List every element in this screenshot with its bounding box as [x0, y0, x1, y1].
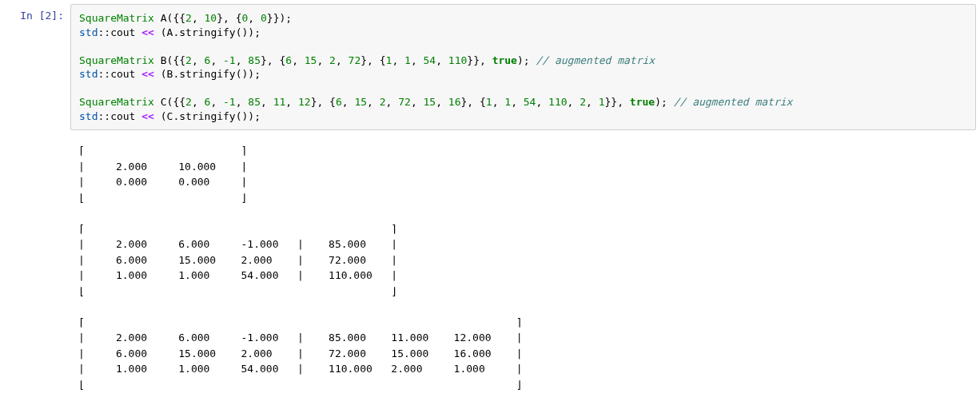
code-token: // augmented matrix	[674, 96, 793, 108]
code-token: 6	[336, 96, 342, 108]
code-token: 2	[329, 54, 336, 66]
code-token: (C.stringify());	[154, 110, 261, 122]
code-token: ,	[511, 96, 524, 108]
input-cell: In [2]: SquareMatrix A({{2, 10}, {0, 0}}…	[0, 0, 980, 134]
code-token: 15	[305, 54, 317, 66]
code-token: );	[655, 96, 673, 108]
code-token: ,	[586, 96, 599, 108]
code-token: (A.stringify());	[154, 26, 261, 38]
code-token: ,	[248, 12, 261, 24]
code-token: 2	[380, 96, 386, 108]
code-token: 2	[185, 12, 192, 24]
code-token: <<	[141, 68, 154, 80]
code-token: 1	[504, 96, 511, 108]
code-token: ,	[386, 96, 399, 108]
code-token: ({{	[167, 96, 185, 108]
code-token: 2	[185, 96, 192, 108]
code-token: 110	[448, 54, 467, 66]
code-token: B	[154, 54, 167, 66]
code-token: ,	[436, 96, 448, 108]
code-token: 54	[424, 54, 436, 66]
code-token: 1	[599, 96, 605, 108]
code-token: true	[492, 54, 517, 66]
code-token: ,	[192, 12, 205, 24]
code-token: ,	[342, 96, 355, 108]
code-token: 72	[349, 54, 361, 66]
code-token: 10	[205, 12, 217, 24]
code-token: ,	[285, 96, 298, 108]
code-token: ,	[236, 96, 249, 108]
code-token: cout	[110, 26, 141, 38]
code-token: }, {	[217, 12, 241, 24]
code-token: ,	[492, 96, 505, 108]
code-token: }, {	[461, 96, 486, 108]
code-token: 54	[524, 96, 536, 108]
code-token: ,	[210, 96, 223, 108]
code-token: SquareMatrix	[79, 54, 154, 66]
code-token: 16	[448, 96, 461, 108]
code-token: A	[154, 12, 167, 24]
code-token: <<	[141, 26, 154, 38]
code-token: );	[517, 54, 536, 66]
code-token: 15	[424, 96, 436, 108]
code-token: ({{	[167, 54, 185, 66]
code-token: cout	[110, 110, 141, 122]
code-token: // augmented matrix	[536, 54, 655, 66]
code-token: true	[630, 96, 655, 108]
code-input[interactable]: SquareMatrix A({{2, 10}, {0, 0}}); std::…	[70, 4, 976, 130]
code-token: ,	[210, 54, 223, 66]
code-token: 15	[354, 96, 367, 108]
code-token: <<	[141, 110, 154, 122]
code-token: 85	[248, 54, 261, 66]
output-cell: ⌈ ⌉ | 2.000 10.000 | | 0.000 0.000 | ⌊ ⌋…	[0, 134, 980, 401]
code-token: ,	[192, 96, 205, 108]
code-token: ,	[367, 96, 380, 108]
code-token: cout	[110, 68, 141, 80]
code-token: 11	[273, 96, 286, 108]
code-token: -1	[223, 96, 236, 108]
code-token: std	[79, 26, 98, 38]
code-token: ::	[98, 110, 110, 122]
code-token: }, {	[311, 96, 336, 108]
code-token: 1	[404, 54, 411, 66]
code-token: }},	[467, 54, 492, 66]
code-token: SquareMatrix	[79, 12, 154, 24]
code-token: ,	[536, 96, 548, 108]
code-token: -1	[223, 54, 236, 66]
code-token: ,	[292, 54, 305, 66]
code-token: }});	[267, 12, 292, 24]
cell-prompt: In [2]:	[0, 4, 70, 130]
code-token: C	[154, 96, 167, 108]
code-token: ::	[98, 68, 110, 80]
code-token: }, {	[261, 54, 285, 66]
code-token: std	[79, 68, 98, 80]
code-token: ,	[436, 54, 448, 66]
code-token: 2	[185, 54, 192, 66]
code-token: }},	[605, 96, 630, 108]
code-token: 72	[398, 96, 411, 108]
code-token: ,	[192, 54, 205, 66]
code-token: 0	[261, 12, 267, 24]
code-token: 2	[580, 96, 586, 108]
code-token: (B.stringify());	[154, 68, 261, 80]
code-token: ,	[261, 96, 273, 108]
code-token: 85	[248, 96, 261, 108]
output-prompt	[0, 138, 70, 397]
code-token: SquareMatrix	[79, 96, 154, 108]
code-token: }, {	[361, 54, 385, 66]
code-token: ,	[236, 54, 249, 66]
code-token: ,	[411, 54, 424, 66]
code-token: 12	[298, 96, 311, 108]
stdout-output: ⌈ ⌉ | 2.000 10.000 | | 0.000 0.000 | ⌊ ⌋…	[70, 138, 976, 397]
code-token: ::	[98, 26, 110, 38]
code-token: 110	[548, 96, 567, 108]
code-token: ,	[317, 54, 329, 66]
code-token: ({{	[167, 12, 185, 24]
code-token: ,	[392, 54, 404, 66]
code-token: ,	[411, 96, 424, 108]
code-token: std	[79, 110, 98, 122]
code-token: 6	[285, 54, 292, 66]
code-token: ,	[336, 54, 349, 66]
code-token: ,	[568, 96, 580, 108]
code-token: 1	[486, 96, 492, 108]
